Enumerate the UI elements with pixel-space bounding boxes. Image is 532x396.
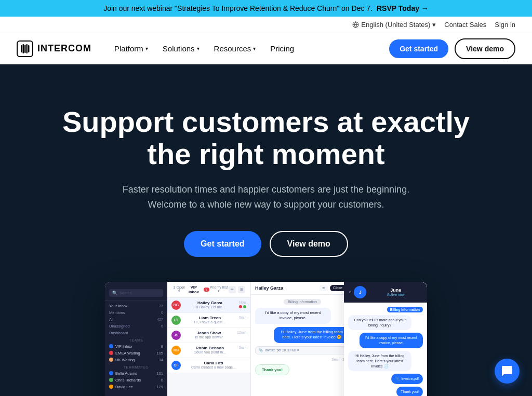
seen-label: Seen · 3min	[255, 358, 350, 361]
svg-rect-5	[26, 44, 28, 53]
back-icon[interactable]: ‹	[349, 289, 351, 295]
chat-bubble: I'd like a copy of my most recent invoic…	[255, 308, 331, 324]
svg-rect-2	[21, 45, 22, 52]
main-header: INTERCOM Platform ▾ Solutions ▾ Resource…	[0, 33, 532, 64]
nav-platform[interactable]: Platform ▾	[108, 40, 154, 57]
conversation-list: HG Hailey Garza Hi Hailey. Let me... Now	[167, 298, 250, 396]
chat-messages: Billing Information I'd like a copy of m…	[251, 295, 354, 396]
conversation-item[interactable]: CF Carla Fitti Carla created a new page.…	[167, 358, 250, 373]
snooze-icon[interactable]: ≋	[320, 285, 328, 291]
sidebar-item-unassigned[interactable]: Unassigned0	[105, 323, 167, 330]
sidebar-item-your-inbox[interactable]: Your Inbox22	[105, 303, 167, 309]
svg-rect-6	[28, 45, 30, 52]
avatar: RB	[171, 346, 181, 355]
mobile-chat-bubble: Hi Hailey, June from the billing team he…	[348, 351, 411, 371]
conversation-item[interactable]: LT Liam Treen Hi, I have a quest... 6min	[167, 313, 250, 328]
hero-section: Support customers at exactly the right m…	[0, 64, 532, 396]
logo-text: INTERCOM	[37, 43, 91, 54]
mobile-billing-tag[interactable]: Billing Information	[387, 307, 423, 312]
top-banner: Join our next webinar "Strategies To Imp…	[0, 0, 532, 17]
sidebar-david-lee[interactable]: David Lee129	[105, 384, 167, 390]
sidebar-bella-adams[interactable]: Bella Adams101	[105, 370, 167, 377]
nav-resources[interactable]: Resources ▾	[208, 40, 262, 57]
intercom-logo-svg	[20, 44, 30, 54]
filter-icon[interactable]: ⊞	[238, 286, 245, 293]
mobile-chat-bubble: Can you tell us more about your billing …	[348, 315, 411, 331]
mobile-status: Active now	[369, 293, 422, 296]
banner-cta[interactable]: RSVP Today →	[377, 4, 429, 12]
mobile-chat-header: ‹ J June Active now	[344, 282, 427, 303]
app-sidebar: 🔍 Search Your Inbox22 Mentions0 All427 U…	[105, 282, 167, 396]
mobile-chat-bubble: Thank you!	[396, 387, 423, 396]
billing-tag: Billing Information	[284, 299, 321, 305]
conversation-item[interactable]: JS Jason Shaw Is the app down? 12min	[167, 328, 250, 343]
chat-bubble: Hi Hailey, June from the billing team he…	[274, 327, 350, 343]
banner-text: Join our next webinar "Strategies To Imp…	[103, 4, 373, 12]
logo[interactable]: INTERCOM	[17, 40, 91, 57]
svg-rect-4	[24, 45, 26, 53]
chevron-down-icon: ▾	[145, 46, 148, 51]
inbox-header: 3 Open ▾ VIP Inbox 5 Priority first ▾ ✏ …	[167, 282, 250, 298]
chat-widget[interactable]	[495, 359, 520, 384]
chat-panel: Hailey Garza ≋ Close✕ Billing Informatio…	[250, 282, 354, 396]
chevron-down-icon: ▾	[253, 46, 256, 51]
avatar: CF	[171, 361, 181, 370]
hero-subtext: Faster resolution times and happier cust…	[121, 182, 411, 212]
nav-pricing[interactable]: Pricing	[264, 40, 300, 57]
mobile-chat-bubble: 📎 Invoice.pdf	[391, 374, 423, 384]
get-started-button[interactable]: Get started	[389, 39, 448, 58]
thank-you-bubble: Thank you!	[255, 364, 289, 375]
teammates-section-label: TEAMMATES	[105, 363, 167, 370]
sidebar-chris-richards[interactable]: Chris Richards0	[105, 377, 167, 384]
sidebar-item-dashboard[interactable]: Dashboard	[105, 330, 167, 336]
details-panel: Details ✕ ‹ J June Active now Billing In…	[354, 282, 427, 396]
chat-widget-icon	[501, 365, 513, 377]
mobile-contact-name: June	[369, 288, 422, 293]
mobile-avatar: J	[354, 286, 366, 298]
mobile-chat-overlay: ‹ J June Active now Billing Information …	[344, 282, 427, 396]
hero-view-demo-button[interactable]: View demo	[270, 231, 348, 257]
mobile-messages: Billing Information Can you tell us more…	[344, 303, 427, 396]
compose-icon[interactable]: ✏	[229, 286, 236, 293]
chevron-down-icon: ▾	[432, 21, 436, 29]
language-selector[interactable]: English (United States) ▾	[352, 21, 436, 29]
teams-section-label: TEAMS	[105, 336, 167, 343]
sidebar-item-mentions[interactable]: Mentions0	[105, 309, 167, 316]
conversation-item[interactable]: RB Robin Benson Could you point m... 3mi…	[167, 343, 250, 358]
logo-icon	[17, 40, 33, 57]
contact-sales-link[interactable]: Contact Sales	[444, 21, 486, 29]
sidebar-item-all[interactable]: All427	[105, 316, 167, 323]
inbox-title: VIP Inbox	[186, 285, 201, 294]
sign-in-link[interactable]: Sign in	[495, 21, 515, 29]
hero-buttons: Get started View demo	[184, 231, 348, 257]
sidebar-emea-waiting[interactable]: EMEA Waiting105	[105, 350, 167, 357]
conversation-item[interactable]: HG Hailey Garza Hi Hailey. Let me... Now	[167, 298, 250, 313]
nav-solutions[interactable]: Solutions ▾	[156, 40, 206, 57]
chat-header: Hailey Garza ≋ Close✕	[251, 282, 354, 295]
main-nav: Platform ▾ Solutions ▾ Resources ▾ Prici…	[108, 40, 389, 57]
sidebar-search: Search	[119, 291, 132, 295]
sidebar-uk-waiting[interactable]: UK Waiting34	[105, 357, 167, 363]
sidebar-vip-inbox[interactable]: VIP Inbox8	[105, 343, 167, 350]
avatar: HG	[171, 301, 181, 310]
view-demo-button[interactable]: View demo	[455, 38, 515, 59]
attachment: 📎Invoice.pdf 20.89 KB ×	[255, 346, 350, 354]
conversation-list-panel: 3 Open ▾ VIP Inbox 5 Priority first ▾ ✏ …	[167, 282, 250, 396]
mobile-chat-bubble: I'd like a copy of my most recent invoic…	[360, 333, 423, 348]
avatar: JS	[171, 331, 181, 340]
header-top: English (United States) ▾ Contact Sales …	[0, 17, 532, 33]
hero-headline: Support customers at exactly the right m…	[58, 106, 474, 170]
app-screenshot: 🔍 Search Your Inbox22 Mentions0 All427 U…	[105, 282, 427, 396]
chevron-down-icon: ▾	[197, 46, 200, 51]
header-actions: Get started View demo	[389, 38, 515, 59]
language-label: English (United States)	[361, 21, 430, 29]
chat-contact-name: Hailey Garza	[255, 285, 283, 291]
svg-rect-3	[23, 44, 24, 53]
avatar: LT	[171, 316, 181, 325]
inbox-badge: 5	[204, 288, 209, 292]
hero-get-started-button[interactable]: Get started	[184, 231, 261, 257]
priority-filter[interactable]: Priority first ▾	[209, 285, 229, 293]
globe-icon	[352, 21, 359, 28]
